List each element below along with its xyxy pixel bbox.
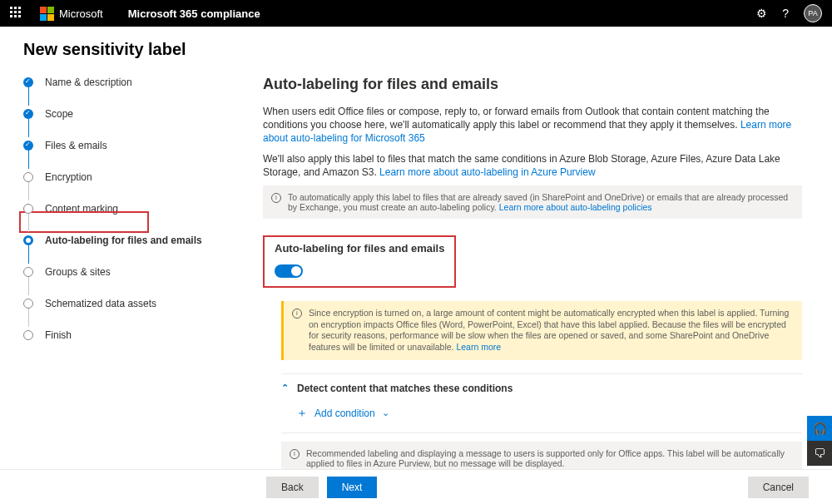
expander-header[interactable]: ⌃ Detect content that matches these cond… xyxy=(281,383,802,394)
section-heading: Auto-labeling for files and emails xyxy=(263,76,802,93)
info-icon: i xyxy=(271,193,281,203)
back-button[interactable]: Back xyxy=(266,477,319,498)
app-name: Microsoft 365 compliance xyxy=(128,7,260,20)
app-header: Microsoft Microsoft 365 compliance ⚙ ? P… xyxy=(0,0,832,27)
wizard-step[interactable]: Schematized data assets xyxy=(23,297,226,310)
plus-icon: ＋ xyxy=(296,406,308,421)
learn-more-link-policies[interactable]: Learn more about auto-labeling policies xyxy=(499,202,652,212)
step-bullet-icon xyxy=(23,109,33,119)
learn-more-link-encryption[interactable]: Learn more xyxy=(456,342,501,352)
step-bullet-icon xyxy=(23,299,33,309)
floating-help: 🎧 🗨 xyxy=(807,416,832,466)
avatar[interactable]: PA xyxy=(804,4,822,22)
step-label: Name & description xyxy=(45,77,132,88)
learn-more-link-purview[interactable]: Learn more about auto-labeling in Azure … xyxy=(379,166,596,178)
wizard-footer: Back Next Cancel xyxy=(0,469,832,504)
wizard-step[interactable]: Finish xyxy=(23,329,226,342)
conditions-expander: ⌃ Detect content that matches these cond… xyxy=(281,373,802,433)
step-label: Finish xyxy=(45,329,72,341)
microsoft-logo: Microsoft xyxy=(40,7,103,21)
page-title: New sensitivity label xyxy=(0,27,832,69)
step-label: Auto-labeling for files and emails xyxy=(45,235,202,246)
wizard-steps: Name & descriptionScopeFiles & emailsEnc… xyxy=(0,69,250,485)
step-bullet-icon xyxy=(23,204,33,214)
next-button[interactable]: Next xyxy=(327,477,378,498)
waffle-icon[interactable] xyxy=(10,7,23,20)
help-icon[interactable]: ? xyxy=(782,7,789,20)
step-label: Scope xyxy=(45,108,73,120)
step-bullet-icon xyxy=(23,330,33,340)
chevron-up-icon: ⌃ xyxy=(281,383,289,393)
auto-labeling-toggle[interactable] xyxy=(275,264,303,278)
feedback-icon[interactable]: 🗨 xyxy=(807,441,832,466)
wizard-step[interactable]: Name & description xyxy=(23,76,226,89)
auto-labeling-toggle-section: Auto-labeling for files and emails xyxy=(263,235,456,288)
step-bullet-icon xyxy=(23,267,33,277)
main-content: Auto-labeling for files and emails When … xyxy=(250,69,832,485)
headset-icon[interactable]: 🎧 xyxy=(807,416,832,441)
step-label: Encryption xyxy=(45,171,92,183)
wizard-step[interactable]: Encryption xyxy=(23,170,226,184)
step-label: Schematized data assets xyxy=(45,298,156,309)
brand-text: Microsoft xyxy=(59,7,103,20)
description-2: We'll also apply this label to files tha… xyxy=(263,152,802,179)
step-bullet-icon xyxy=(23,141,33,151)
wizard-step[interactable]: Scope xyxy=(23,107,226,121)
description-1: When users edit Office files or compose,… xyxy=(263,105,802,146)
step-label: Groups & sites xyxy=(45,266,111,278)
info-icon: i xyxy=(290,449,300,459)
step-bullet-icon xyxy=(23,77,33,87)
wizard-step[interactable]: Content marking xyxy=(23,202,226,215)
chevron-down-icon: ⌄ xyxy=(382,408,389,418)
wizard-step[interactable]: Files & emails xyxy=(23,139,226,152)
step-label: Content marking xyxy=(45,203,118,215)
step-bullet-icon xyxy=(23,172,33,182)
info-bar-policies: i To automatically apply this label to f… xyxy=(263,185,802,219)
cancel-button[interactable]: Cancel xyxy=(748,477,809,498)
wizard-step[interactable]: Auto-labeling for files and emails xyxy=(23,234,226,247)
toggle-label: Auto-labeling for files and emails xyxy=(275,242,444,254)
step-bullet-icon xyxy=(23,235,33,245)
gear-icon[interactable]: ⚙ xyxy=(756,7,767,20)
add-condition-button[interactable]: ＋ Add condition ⌄ xyxy=(296,406,802,421)
encryption-warning: i Since encryption is turned on, a large… xyxy=(281,301,802,360)
wizard-step[interactable]: Groups & sites xyxy=(23,265,226,279)
info-icon: i xyxy=(292,309,302,319)
step-label: Files & emails xyxy=(45,140,107,151)
